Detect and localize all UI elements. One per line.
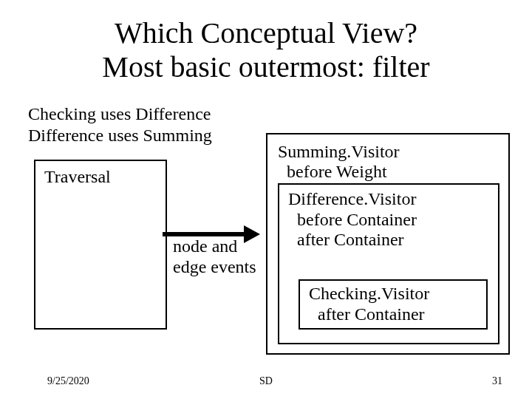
summing-line-2: before Weight [278, 162, 387, 181]
subtext-line-2: Difference uses Summing [28, 126, 212, 145]
checking-line-1: Checking.Visitor [309, 284, 429, 303]
subtext-line-1: Checking uses Difference [28, 104, 211, 123]
difference-line-1: Difference.Visitor [288, 189, 416, 208]
checking-visitor-box: Checking.Visitor after Container [299, 279, 488, 330]
summing-line-1: Summing.Visitor [278, 142, 400, 161]
difference-line-3: after Container [288, 230, 404, 249]
subtext-block: Checking uses Difference Difference uses… [28, 103, 212, 146]
traversal-label: Traversal [44, 167, 111, 186]
footer-page-number: 31 [492, 375, 502, 387]
checking-line-2: after Container [309, 304, 425, 324]
traversal-box: Traversal [34, 160, 167, 330]
slide: Which Conceptual View? Most basic outerm… [0, 0, 532, 399]
footer-center: SD [0, 375, 532, 387]
title-line-2: Most basic outermost: filter [102, 50, 429, 83]
title-line-1: Which Conceptual View? [115, 16, 417, 50]
arrow-label-line-2: edge events [173, 257, 256, 276]
slide-title: Which Conceptual View? Most basic outerm… [0, 16, 532, 84]
arrow-label: node and edge events [173, 236, 256, 277]
difference-line-2: before Container [288, 210, 417, 229]
arrow-label-line-1: node and [173, 236, 237, 256]
